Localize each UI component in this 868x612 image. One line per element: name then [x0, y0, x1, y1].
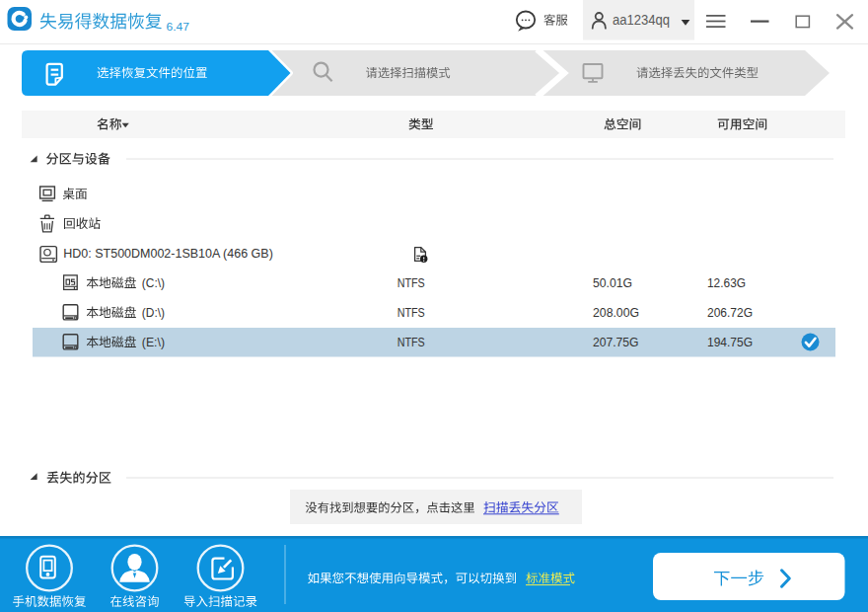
svg-text:HD0: ST500DM002-1SB10A (466 GB: HD0: ST500DM002-1SB10A (466 GB) [63, 246, 272, 261]
svg-text:(C:\): (C:\) [142, 275, 165, 290]
svg-text:208.00G: 208.00G [593, 305, 639, 320]
svg-text:12.63G: 12.63G [707, 275, 746, 290]
svg-text:6.47: 6.47 [167, 21, 190, 33]
svg-text:50.01G: 50.01G [593, 275, 632, 290]
svg-text:207.75G: 207.75G [593, 335, 639, 349]
svg-text:(D:\): (D:\) [142, 305, 165, 320]
svg-text:206.72G: 206.72G [707, 305, 753, 320]
svg-text:(E:\): (E:\) [142, 335, 165, 349]
svg-text:NTFS: NTFS [398, 276, 425, 290]
svg-text:194.75G: 194.75G [707, 335, 753, 349]
svg-text:NTFS: NTFS [398, 336, 425, 349]
svg-text:NTFS: NTFS [398, 306, 425, 320]
svg-text:aa1234qq: aa1234qq [613, 13, 670, 28]
